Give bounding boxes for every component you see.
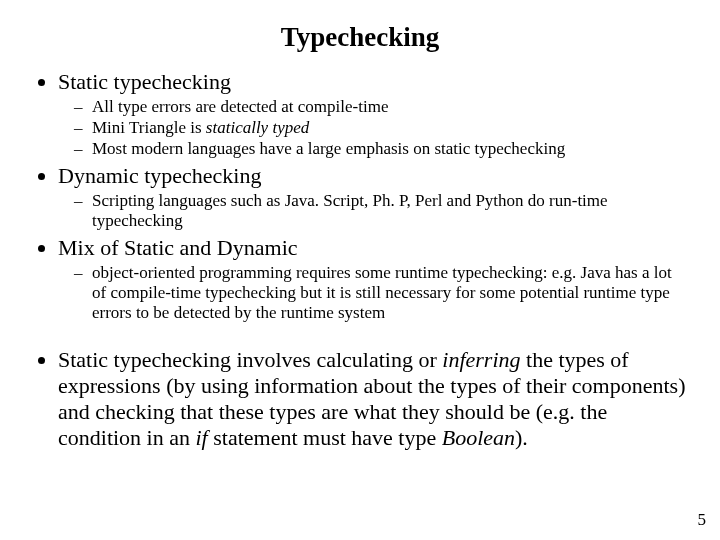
bullet-list: Static typechecking All type errors are … (30, 69, 690, 451)
bullet-static: Static typechecking All type errors are … (58, 69, 690, 159)
bullet-mix: Mix of Static and Dynamic object-oriente… (58, 235, 690, 323)
sub-dynamic-1: Scripting languages such as Java. Script… (92, 191, 690, 231)
summary-t1: Static typechecking involves calculating… (58, 347, 442, 372)
spacer (58, 327, 690, 345)
page-number: 5 (698, 510, 707, 530)
bullet-dynamic-label: Dynamic typechecking (58, 163, 261, 188)
summary-t4: ). (515, 425, 528, 450)
bullet-static-label: Static typechecking (58, 69, 231, 94)
sub-mix-1: object-oriented programming requires som… (92, 263, 690, 323)
bullet-mix-label: Mix of Static and Dynamic (58, 235, 298, 260)
bullet-summary: Static typechecking involves calculating… (58, 347, 690, 451)
sub-static-1: All type errors are detected at compile-… (92, 97, 690, 117)
sub-static-2: Mini Triangle is statically typed (92, 118, 690, 138)
summary-em3: Boolean (442, 425, 515, 450)
slide: Typechecking Static typechecking All typ… (0, 0, 720, 540)
sublist-static: All type errors are detected at compile-… (58, 97, 690, 159)
sublist-mix: object-oriented programming requires som… (58, 263, 690, 323)
slide-title: Typechecking (30, 22, 690, 53)
sub-static-3: Most modern languages have a large empha… (92, 139, 690, 159)
summary-em1: inferring (442, 347, 520, 372)
sub-static-2-pre: Mini Triangle is (92, 118, 206, 137)
summary-em2: if (195, 425, 207, 450)
bullet-dynamic: Dynamic typechecking Scripting languages… (58, 163, 690, 231)
sub-static-2-em: statically typed (206, 118, 309, 137)
sublist-dynamic: Scripting languages such as Java. Script… (58, 191, 690, 231)
summary-t3: statement must have type (208, 425, 442, 450)
